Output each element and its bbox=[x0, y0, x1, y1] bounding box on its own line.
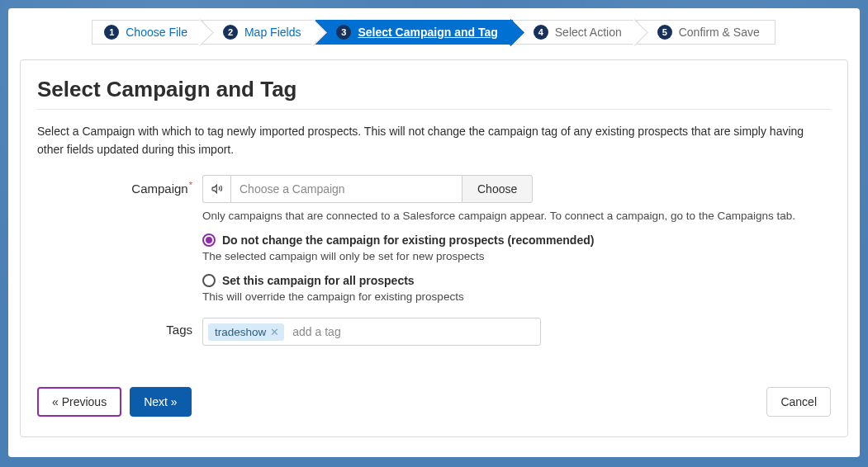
radio-keep-help: The selected campaign will only be set f… bbox=[202, 250, 831, 262]
cancel-button[interactable]: Cancel bbox=[766, 387, 831, 417]
tags-label: Tags bbox=[37, 318, 202, 337]
remove-tag-icon[interactable]: ✕ bbox=[270, 327, 279, 337]
wizard-step-select-action[interactable]: 4 Select Action bbox=[513, 20, 638, 45]
radio-keep-existing[interactable] bbox=[202, 234, 216, 247]
tag-chip: tradeshow ✕ bbox=[208, 323, 284, 341]
radio-keep-label[interactable]: Do not change the campaign for existing … bbox=[222, 234, 594, 247]
tags-field-block: tradeshow ✕ bbox=[202, 318, 831, 346]
step-number: 3 bbox=[336, 25, 351, 40]
form-grid: Campaign* Choose Only campaigns that are… bbox=[37, 175, 831, 346]
bullhorn-icon bbox=[202, 175, 230, 203]
campaign-option-setall: Set this campaign for all prospects This… bbox=[202, 274, 831, 303]
footer-left: « Previous Next » bbox=[37, 387, 192, 417]
radio-set-all-label[interactable]: Set this campaign for all prospects bbox=[222, 274, 415, 287]
campaign-helper-text: Only campaigns that are connected to a S… bbox=[202, 210, 831, 222]
main-panel: Select Campaign and Tag Select a Campaig… bbox=[20, 59, 848, 437]
campaign-field-block: Choose Only campaigns that are connected… bbox=[202, 175, 831, 303]
campaign-label: Campaign* bbox=[37, 175, 202, 196]
campaign-input-row: Choose bbox=[202, 175, 831, 203]
campaign-option-keep: Do not change the campaign for existing … bbox=[202, 234, 831, 262]
import-wizard-card: 1 Choose File 2 Map Fields 3 Select Camp… bbox=[8, 8, 860, 457]
wizard-step-select-campaign[interactable]: 3 Select Campaign and Tag bbox=[315, 20, 513, 45]
page-title: Select Campaign and Tag bbox=[37, 77, 831, 102]
wizard-step-choose-file[interactable]: 1 Choose File bbox=[92, 20, 203, 45]
step-label: Select Campaign and Tag bbox=[358, 26, 497, 39]
campaign-label-text: Campaign bbox=[131, 182, 187, 196]
radio-set-all-help: This will override the campaign for exis… bbox=[202, 290, 831, 303]
wizard-steps: 1 Choose File 2 Map Fields 3 Select Camp… bbox=[20, 20, 848, 45]
tags-input[interactable] bbox=[289, 322, 535, 342]
title-divider bbox=[37, 109, 831, 110]
choose-campaign-button[interactable]: Choose bbox=[462, 175, 533, 203]
footer-row: « Previous Next » Cancel bbox=[37, 387, 831, 417]
footer-right: Cancel bbox=[766, 387, 831, 417]
wizard-step-confirm-save[interactable]: 5 Confirm & Save bbox=[637, 20, 776, 45]
step-label: Choose File bbox=[126, 26, 187, 39]
step-number: 5 bbox=[657, 25, 672, 40]
step-label: Select Action bbox=[555, 26, 622, 39]
tags-input-box[interactable]: tradeshow ✕ bbox=[202, 318, 541, 346]
previous-button[interactable]: « Previous bbox=[37, 387, 121, 417]
step-label: Map Fields bbox=[244, 26, 301, 39]
next-button[interactable]: Next » bbox=[130, 387, 191, 417]
step-number: 1 bbox=[104, 25, 119, 40]
required-marker: * bbox=[189, 180, 192, 190]
tag-text: tradeshow bbox=[215, 326, 266, 338]
wizard-step-map-fields[interactable]: 2 Map Fields bbox=[202, 20, 316, 45]
step-label: Confirm & Save bbox=[679, 26, 760, 39]
step-number: 2 bbox=[223, 25, 238, 40]
radio-set-all[interactable] bbox=[202, 274, 216, 287]
page-description: Select a Campaign with which to tag newl… bbox=[37, 123, 831, 158]
step-number: 4 bbox=[534, 25, 548, 40]
campaign-input[interactable] bbox=[230, 175, 462, 203]
